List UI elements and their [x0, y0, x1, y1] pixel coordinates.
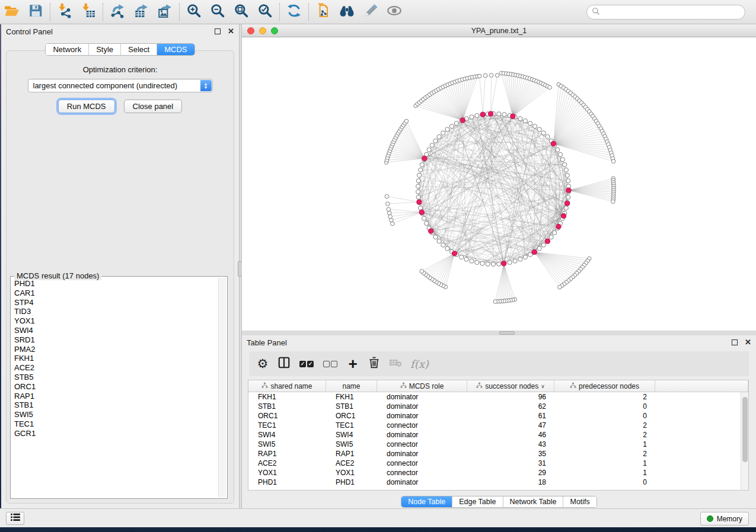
shared-attribute-icon: [476, 382, 483, 390]
mcds-result-item[interactable]: TID3: [14, 307, 218, 316]
mcds-result-item[interactable]: SWI4: [14, 326, 218, 335]
table-row[interactable]: ACE2ACE2connector311: [248, 459, 748, 468]
mcds-list-scrollbar[interactable]: [218, 278, 226, 497]
float-window-icon[interactable]: [732, 339, 738, 345]
task-history-button[interactable]: [6, 512, 24, 525]
export-image-button[interactable]: [153, 2, 177, 22]
mcds-result-item[interactable]: TEC1: [14, 419, 218, 429]
table-cell: connector: [377, 459, 467, 468]
main-toolbar: [0, 0, 756, 24]
tab-edge-table[interactable]: Edge Table: [452, 496, 503, 507]
table-cell: STB1: [248, 402, 326, 411]
column-header[interactable]: MCDS role: [377, 380, 467, 392]
table-row[interactable]: FKH1FKH1dominator962: [248, 392, 748, 402]
table-row[interactable]: SWI4SWI4dominator462: [248, 430, 748, 440]
table-row[interactable]: PHD1PHD1dominator180: [248, 477, 748, 487]
mcds-result-item[interactable]: SRD1: [14, 335, 218, 345]
export-network-button[interactable]: [106, 2, 129, 22]
column-header[interactable]: shared name: [248, 380, 326, 392]
table-options-button[interactable]: ⚙: [256, 356, 269, 371]
table-cell: STB1: [326, 402, 377, 411]
memory-button[interactable]: Memory: [700, 512, 749, 525]
network-canvas[interactable]: [242, 37, 756, 331]
mcds-result-item[interactable]: CAR1: [14, 289, 218, 298]
mcds-result-item[interactable]: GCR1: [14, 429, 218, 438]
vizmap-button[interactable]: [359, 2, 382, 22]
search-input[interactable]: [603, 7, 745, 18]
export-table-button[interactable]: [129, 2, 153, 22]
table-row[interactable]: TEC1TEC1connector472: [248, 421, 748, 430]
table-row[interactable]: RAP1RAP1dominator352: [248, 449, 748, 459]
table-cell: 0: [554, 402, 655, 411]
shared-attribute-icon: [400, 382, 407, 390]
run-mcds-button[interactable]: Run MCDS: [58, 100, 115, 113]
network-from-document-button[interactable]: [311, 2, 335, 22]
table-cell: RAP1: [326, 449, 377, 459]
close-panel-icon[interactable]: ✕: [228, 28, 234, 34]
table-row[interactable]: ORC1ORC1dominator610: [248, 411, 748, 421]
tab-network-table[interactable]: Network Table: [503, 496, 564, 507]
table-row[interactable]: SWI5SWI5connector431: [248, 440, 748, 449]
tab-mcds[interactable]: MCDS: [157, 44, 194, 55]
close-panel-icon[interactable]: ✕: [745, 339, 751, 345]
mcds-result-item[interactable]: RAP1: [14, 392, 218, 401]
mcds-result-list[interactable]: PHD1CAR1STP4TID3YOX1SWI4SRD1PMA2FKH1ACE2…: [12, 279, 218, 497]
zoom-selected-button[interactable]: [253, 2, 277, 22]
tab-style[interactable]: Style: [89, 44, 121, 55]
criterion-dropdown[interactable]: largest connected component (undirected)…: [28, 79, 213, 92]
mcds-result-item[interactable]: FKH1: [14, 354, 218, 363]
scrollbar-thumb[interactable]: [742, 397, 748, 462]
import-network-button[interactable]: [53, 2, 76, 22]
control-panel-tabs: Network Style Select MCDS: [1, 43, 239, 56]
tab-select[interactable]: Select: [121, 44, 157, 55]
zoom-in-button[interactable]: [182, 2, 206, 22]
mcds-result-item[interactable]: ACE2: [14, 363, 218, 373]
splitter-handle[interactable]: [499, 331, 515, 335]
unselect-all-columns-button[interactable]: [323, 356, 338, 371]
table-cell: dominator: [377, 449, 467, 459]
mcds-result-item[interactable]: STB1: [14, 400, 218, 410]
close-panel-button[interactable]: Close panel: [124, 100, 183, 113]
search-network-button[interactable]: [335, 2, 359, 22]
show-hide-button[interactable]: [382, 2, 406, 22]
open-file-button[interactable]: [0, 2, 24, 22]
table-row[interactable]: STB1STB1dominator620: [248, 402, 748, 411]
mcds-result-item[interactable]: STB5: [14, 373, 218, 382]
float-window-icon[interactable]: [215, 28, 221, 34]
toolbar-separator: [308, 3, 309, 21]
zoom-out-button[interactable]: [206, 2, 229, 22]
tab-node-table[interactable]: Node Table: [401, 496, 452, 507]
mcds-result-groupbox: MCDS result (17 nodes) PHD1CAR1STP4TID3Y…: [10, 276, 228, 499]
table-body: FKH1FKH1dominator962STB1STB1dominator620…: [248, 392, 748, 487]
select-all-columns-button[interactable]: ✓ ✓: [299, 356, 314, 371]
tab-motifs[interactable]: Motifs: [563, 496, 596, 507]
horizontal-splitter[interactable]: [242, 331, 756, 335]
column-header[interactable]: successor nodes∨: [467, 380, 554, 392]
zoom-fit-button[interactable]: [229, 2, 253, 22]
network-search-box[interactable]: [586, 5, 745, 20]
column-header[interactable]: predecessor nodes: [554, 380, 655, 392]
refresh-button[interactable]: [282, 2, 306, 22]
save-session-button[interactable]: [24, 2, 47, 22]
import-table-button[interactable]: [76, 2, 100, 22]
table-scrollbar[interactable]: [741, 392, 748, 490]
table-cell: 2: [554, 392, 655, 402]
control-panel-title: Control Panel: [6, 27, 215, 36]
table-cell: ACE2: [326, 459, 377, 468]
mcds-result-item[interactable]: PMA2: [14, 345, 218, 354]
create-column-button[interactable]: +: [346, 356, 359, 371]
column-header[interactable]: name: [326, 380, 377, 392]
mcds-result-item[interactable]: YOX1: [14, 316, 218, 326]
delete-column-button[interactable]: [368, 356, 381, 371]
table-row[interactable]: YOX1YOX1connector291: [248, 468, 748, 477]
tab-network[interactable]: Network: [46, 44, 89, 55]
mcds-result-item[interactable]: ORC1: [14, 382, 218, 392]
show-columns-button[interactable]: [277, 356, 291, 371]
network-window-titlebar[interactable]: YPA_prune.txt_1: [242, 24, 756, 37]
mcds-result-item[interactable]: PHD1: [14, 279, 218, 289]
mcds-result-item[interactable]: STP4: [14, 298, 218, 307]
status-bar: Memory: [0, 508, 756, 527]
mcds-result-item[interactable]: SWI5: [14, 410, 218, 419]
table-cell: 29: [467, 468, 554, 477]
table-cell: connector: [377, 468, 467, 477]
